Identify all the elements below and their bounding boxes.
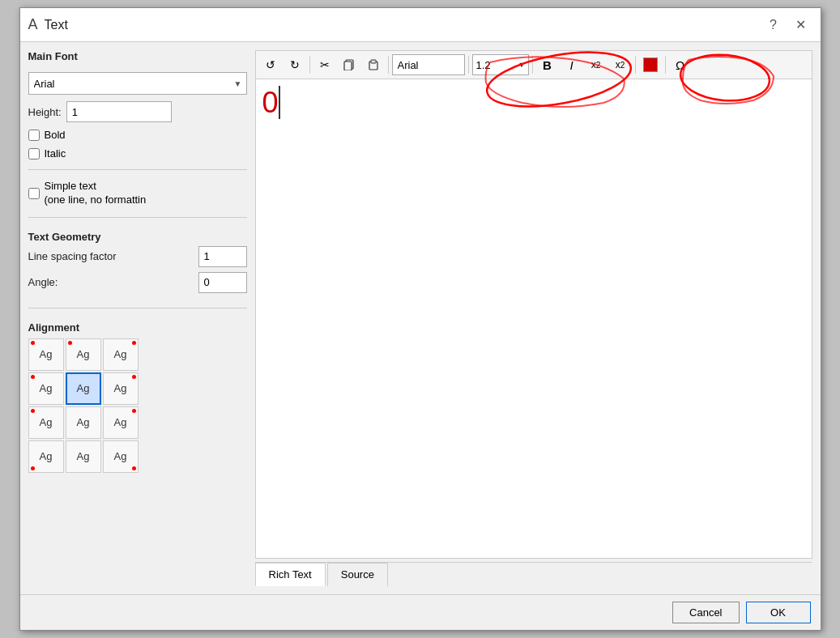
simple-text-checkbox[interactable] <box>28 188 40 199</box>
undo-button[interactable]: ↺ <box>259 53 282 76</box>
close-button[interactable]: ✕ <box>790 14 812 36</box>
cut-button[interactable]: ✂ <box>313 53 336 76</box>
alignment-section: Alignment Ag Ag Ag Ag Ag Ag Ag Ag Ag Ag <box>28 321 247 473</box>
color-button[interactable] <box>639 53 662 76</box>
geometry-section: Text Geometry Line spacing factor Angle: <box>28 231 247 298</box>
paste-button[interactable] <box>362 53 385 76</box>
font-select[interactable]: Arial Times New Roman Courier New Verdan… <box>28 72 247 95</box>
title-bar-right: ? ✕ <box>762 14 812 36</box>
toolbar-sep-4 <box>532 56 533 74</box>
toolbar-font-input[interactable] <box>392 54 465 75</box>
angle-row: Angle: <box>28 272 247 293</box>
help-button[interactable]: ? <box>762 14 785 36</box>
text-geometry-label: Text Geometry <box>28 231 247 243</box>
redo-button[interactable]: ↻ <box>284 53 306 76</box>
align-cell-1-0[interactable]: Ag <box>28 372 64 405</box>
align-cell-0-0[interactable]: Ag <box>28 338 64 371</box>
simple-text-label: Simple text(one line, no formattin <box>45 180 147 207</box>
title-bar-left: A Text <box>28 16 68 33</box>
line-spacing-row: Line spacing factor <box>28 246 247 267</box>
svg-rect-3 <box>371 60 376 63</box>
toolbar-sep-1 <box>309 56 310 74</box>
align-cell-2-1[interactable]: Ag <box>66 406 101 439</box>
right-panel: ↺ ↻ ✂ <box>255 50 812 586</box>
right-panel-wrapper: ↺ ↻ ✂ <box>255 50 812 586</box>
dialog-footer: Cancel OK <box>20 594 821 630</box>
left-panel: Main Font Arial Times New Roman Courier … <box>28 50 247 586</box>
size-selector-wrap: 0.8 1.0 1.2 1.4 1.6 2.0 ▼ <box>472 54 529 75</box>
paste-icon <box>368 59 379 70</box>
align-cell-3-2[interactable]: Ag <box>103 440 139 473</box>
editor-tabs: Rich Text Source <box>255 562 812 586</box>
simple-text-row: Simple text(one line, no formattin <box>28 180 247 207</box>
text-cursor <box>279 86 280 119</box>
special-chars-button[interactable]: Ω <box>669 53 692 76</box>
text-editor[interactable]: 0 <box>255 79 812 559</box>
dialog-body: Main Font Arial Times New Roman Courier … <box>20 42 821 594</box>
height-label: Height: <box>28 106 62 118</box>
alignment-grid: Ag Ag Ag Ag Ag Ag Ag Ag Ag Ag Ag Ag <box>28 338 247 473</box>
italic-button[interactable]: I <box>561 53 583 76</box>
align-cell-0-2[interactable]: Ag <box>103 338 139 371</box>
height-input[interactable] <box>66 101 172 122</box>
line-spacing-input[interactable] <box>198 246 247 267</box>
svg-rect-1 <box>344 62 352 70</box>
height-row: Height: <box>28 101 247 122</box>
align-cell-2-2[interactable]: Ag <box>103 406 139 439</box>
tab-rich-text[interactable]: Rich Text <box>255 563 326 586</box>
align-cell-1-1[interactable]: Ag <box>66 372 101 405</box>
separator-3 <box>28 308 247 308</box>
angle-input[interactable] <box>198 272 247 293</box>
cancel-button[interactable]: Cancel <box>672 602 739 623</box>
title-icon: A <box>28 16 38 33</box>
toolbar-sep-6 <box>665 56 666 74</box>
ok-button[interactable]: OK <box>746 602 811 623</box>
italic-row: Italic <box>28 147 247 160</box>
align-cell-0-1[interactable]: Ag <box>66 338 101 371</box>
bold-button[interactable]: B <box>536 53 559 76</box>
italic-checkbox[interactable] <box>28 148 40 160</box>
size-selector[interactable]: 0.8 1.0 1.2 1.4 1.6 2.0 <box>472 54 529 75</box>
copy-button[interactable] <box>338 53 360 76</box>
line-spacing-label: Line spacing factor <box>28 250 117 262</box>
angle-label: Angle: <box>28 276 58 288</box>
separator-2 <box>28 217 247 218</box>
bold-label: Bold <box>45 129 66 141</box>
bold-checkbox[interactable] <box>28 130 40 141</box>
editor-content: 0 <box>262 86 279 119</box>
text-dialog: A Text ? ✕ Main Font Arial Times New Rom… <box>19 7 821 631</box>
toolbar-sep-3 <box>468 56 469 74</box>
bold-row: Bold <box>28 129 247 141</box>
superscript-button[interactable]: x2 <box>585 53 608 76</box>
font-select-container: Arial Times New Roman Courier New Verdan… <box>28 72 247 95</box>
align-cell-3-0[interactable]: Ag <box>28 440 64 473</box>
toolbar-sep-5 <box>635 56 636 74</box>
title-bar: A Text ? ✕ <box>20 8 821 42</box>
copy-icon <box>343 59 355 70</box>
dialog-title: Text <box>45 18 68 32</box>
tab-source[interactable]: Source <box>327 563 388 586</box>
align-cell-1-2[interactable]: Ag <box>103 372 139 405</box>
editor-toolbar: ↺ ↻ ✂ <box>255 50 812 79</box>
alignment-label: Alignment <box>28 321 247 334</box>
align-cell-2-0[interactable]: Ag <box>28 406 64 439</box>
color-swatch <box>643 57 658 72</box>
italic-label: Italic <box>45 147 66 160</box>
align-cell-3-1[interactable]: Ag <box>66 440 101 473</box>
toolbar-sep-2 <box>388 56 389 74</box>
main-font-label: Main Font <box>28 50 247 62</box>
separator-1 <box>28 169 247 170</box>
subscript-button[interactable]: x2 <box>609 53 632 76</box>
